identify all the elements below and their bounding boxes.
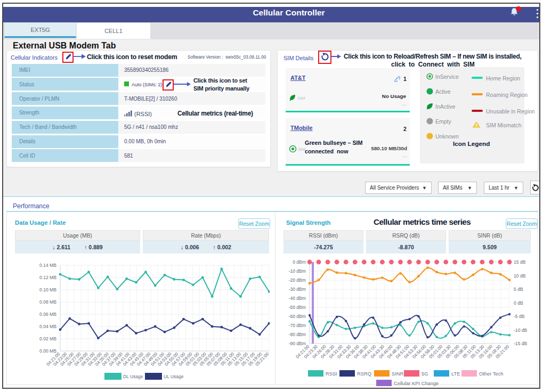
svg-text:5G: 5G: [422, 371, 428, 377]
svg-text:15 dB: 15 dB: [514, 259, 526, 265]
svg-text:-10 dBm: -10 dBm: [289, 268, 306, 274]
svg-text:RSSI: RSSI: [326, 371, 337, 377]
svg-text:0.08 MB: 0.08 MB: [39, 299, 56, 305]
svg-text:0.04 MB: 0.04 MB: [39, 324, 56, 329]
svg-text:10 dB: 10 dB: [514, 273, 526, 279]
svg-text:-90 dBm: -90 dBm: [289, 341, 306, 346]
svg-text:0.10 MB: 0.10 MB: [39, 287, 56, 292]
svg-text:-30 dBm: -30 dBm: [289, 287, 306, 292]
svg-text:-50 dBm: -50 dBm: [289, 305, 306, 310]
svg-text:0.14 MB: 0.14 MB: [39, 263, 56, 268]
svg-text:-80 dBm: -80 dBm: [289, 332, 306, 337]
svg-text:-10 dB: -10 dB: [514, 328, 528, 333]
svg-text:Cellular KPI Change: Cellular KPI Change: [394, 381, 439, 386]
svg-text:0 dB: 0 dB: [514, 300, 523, 306]
svg-text:0.06 MB: 0.06 MB: [39, 312, 56, 317]
svg-text:0 dBm: 0 dBm: [293, 259, 306, 265]
svg-text:Other Tech: Other Tech: [479, 371, 503, 377]
svg-text:-70 dBm: -70 dBm: [289, 323, 306, 328]
svg-text:-40 dBm: -40 dBm: [289, 296, 306, 301]
svg-text:SINR: SINR: [392, 371, 403, 377]
svg-text:0.12 MB: 0.12 MB: [39, 275, 56, 280]
svg-text:0.00 MB: 0.00 MB: [39, 348, 56, 354]
svg-text:UL Usage: UL Usage: [164, 374, 184, 379]
svg-text:LTE: LTE: [451, 371, 460, 377]
svg-text:-5 dB: -5 dB: [514, 314, 525, 319]
svg-text:-15 dB: -15 dB: [514, 341, 528, 346]
svg-text:RSRQ: RSRQ: [357, 371, 371, 377]
svg-text:5 dB: 5 dB: [514, 287, 523, 292]
svg-text:0.02 MB: 0.02 MB: [39, 336, 56, 341]
svg-text:-20 dBm: -20 dBm: [289, 277, 306, 283]
svg-text:DL Usage: DL Usage: [123, 374, 143, 379]
svg-text:-60 dBm: -60 dBm: [289, 314, 306, 319]
